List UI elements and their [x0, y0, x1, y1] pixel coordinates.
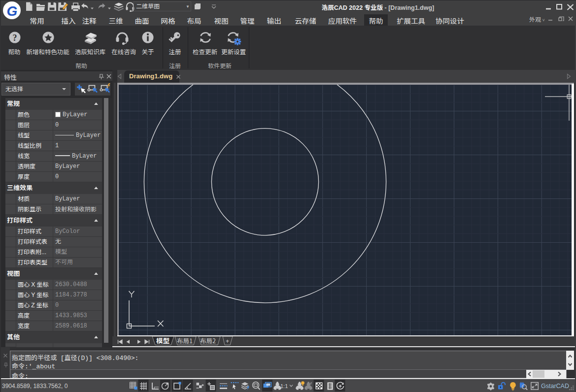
svg-text:G: G [7, 3, 18, 17]
svg-text:+: + [226, 338, 229, 345]
svg-text:?: ? [13, 33, 17, 43]
svg-text:布局1: 布局1 [177, 336, 193, 345]
svg-text:模型: 模型 [156, 336, 169, 345]
svg-text:布局2: 布局2 [200, 336, 216, 345]
svg-text:1:1: 1:1 [280, 383, 288, 389]
